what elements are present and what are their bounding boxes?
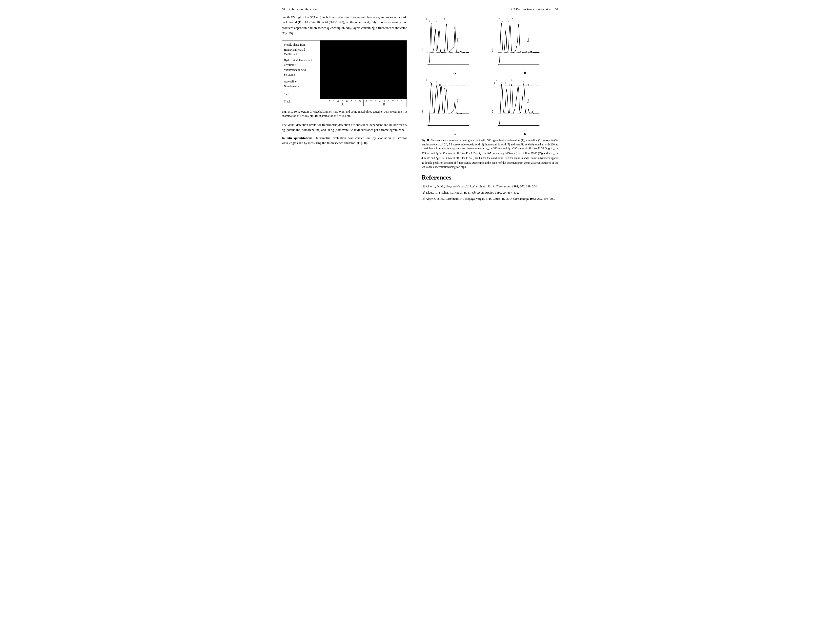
panel-a: 2 1 3 4 6 7 8 Start Front: [422, 16, 488, 70]
references-title: References: [422, 174, 558, 181]
figure-1-chromatogram: [320, 41, 407, 99]
fig1-caption: Fig. I: Chromatogram of catecholamines, …: [282, 110, 407, 118]
svg-text:Front: Front: [456, 37, 459, 42]
panel-c: 2 3 1 6 4,5 7 Start Front: [422, 77, 488, 131]
svg-text:Start: Start: [422, 48, 423, 52]
panel-a-svg: 2 1 3 4 6 7 8 Start Front: [422, 16, 488, 70]
right-section-title: 1.2 Thermochemical Activation: [511, 7, 551, 11]
insitu-paragraph: In situ quantitation: Fluorimetric evalu…: [282, 136, 407, 146]
panel-d-label: D: [492, 131, 558, 137]
panel-d-svg: 2 3 1 4 6 5 7 8 Start Front: [492, 77, 558, 131]
panel-b-label: B: [492, 70, 558, 76]
intro-paragraph: length UV light (λ = 365 nm) as brillian…: [282, 15, 407, 36]
svg-text:2: 2: [426, 18, 427, 20]
svg-text:3: 3: [501, 20, 503, 22]
left-chapter-title: 1 Activation Reactions: [289, 7, 318, 11]
panel-c-svg: 2 3 1 6 4,5 7 Start Front: [422, 77, 488, 131]
right-page-num: 39: [555, 7, 558, 11]
panel-a-container: 2 1 3 4 6 7 8 Start Front: [422, 15, 490, 76]
svg-text:1: 1: [423, 20, 424, 23]
svg-text:Start: Start: [492, 109, 494, 113]
left-page-num: 38: [282, 7, 285, 11]
fig2-caption: Fig. II: Fluorescence scan of a chromato…: [422, 138, 558, 169]
svg-text:3: 3: [430, 81, 431, 84]
panel-b: 2 6 3 1 5 Start Front: [492, 16, 558, 70]
svg-text:1: 1: [494, 82, 495, 84]
ref-2: [2] Klaus, R., Fischer, W., Hauck, H. E.…: [422, 190, 558, 195]
svg-text:3: 3: [428, 20, 430, 23]
right-page: 1.2 Thermochemical Activation 39 2 1 3 4…: [414, 0, 568, 222]
svg-text:7: 7: [523, 81, 524, 83]
svg-text:7: 7: [444, 18, 445, 20]
figure-1-track-row: Track 1 2 3 4 5 6 7 8 9: [282, 99, 407, 107]
svg-text:5: 5: [509, 84, 510, 86]
panel-a-label: A: [422, 70, 488, 76]
ref-1: [1] Alperin, D. M., Idoyaga-Vargas, V. P…: [422, 184, 558, 189]
svg-text:6: 6: [436, 81, 437, 83]
detection-limits-text: The visual detection limits for fluorime…: [282, 122, 407, 132]
left-header: 38 1 Activation Reactions: [282, 7, 407, 11]
svg-text:6: 6: [512, 17, 513, 20]
figure-1-labels: Mobile phase front Homovanillic acid Van…: [282, 41, 320, 99]
svg-text:Front: Front: [527, 37, 529, 42]
figure-1: Mobile phase front Homovanillic acid Van…: [282, 40, 407, 107]
svg-text:6: 6: [511, 78, 512, 81]
svg-text:Front: Front: [527, 99, 529, 103]
svg-text:3: 3: [501, 81, 502, 83]
svg-text:8: 8: [454, 27, 454, 29]
svg-text:1: 1: [423, 82, 424, 84]
svg-text:Start: Start: [492, 48, 494, 52]
panel-d: 2 3 1 4 6 5 7 8 Start Front: [492, 77, 558, 131]
svg-text:2: 2: [426, 78, 427, 81]
svg-text:5: 5: [507, 20, 508, 23]
svg-text:1: 1: [497, 20, 498, 23]
svg-text:Front: Front: [456, 99, 459, 103]
panel-b-svg: 2 6 3 1 5 Start Front: [492, 16, 558, 70]
svg-text:2: 2: [498, 17, 499, 20]
references-section: References [1] Alperin, D. M., Idoyaga-V…: [422, 174, 558, 201]
panel-c-label: C: [422, 131, 488, 137]
right-header: 1.2 Thermochemical Activation 39: [422, 7, 558, 11]
svg-text:4: 4: [505, 82, 506, 84]
svg-text:Start: Start: [422, 109, 423, 113]
svg-text:8: 8: [527, 84, 529, 86]
svg-text:2: 2: [496, 78, 497, 81]
svg-text:7: 7: [444, 88, 445, 90]
panel-c-container: 2 3 1 6 4,5 7 Start Front: [422, 76, 490, 137]
panel-b-container: 2 6 3 1 5 Start Front: [490, 15, 558, 76]
insitu-label: In situ quantitation:: [282, 136, 312, 140]
panel-d-container: 2 3 1 4 6 5 7 8 Start Front: [490, 76, 558, 137]
left-page: 38 1 Activation Reactions length UV ligh…: [272, 0, 414, 222]
svg-text:6: 6: [436, 21, 437, 23]
ref-3: [3] Alperin, D. M., Carminatti, H., Idoy…: [422, 196, 558, 201]
track-label: Track: [284, 100, 290, 103]
